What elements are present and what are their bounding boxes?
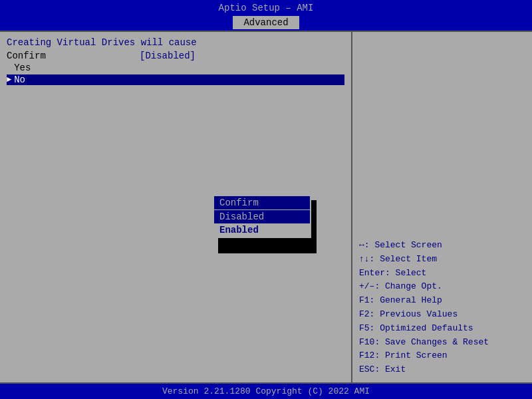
popup-title: Confirm xyxy=(214,196,310,210)
no-label: No xyxy=(14,74,147,85)
popup-item-enabled[interactable]: Enabled xyxy=(214,223,310,237)
help-line-8: F12: Print Screen xyxy=(359,349,525,363)
app-title: Aptio Setup – AMI xyxy=(219,3,314,13)
popup-box: Confirm Disabled Enabled xyxy=(213,195,311,238)
footer-text: Version 2.21.1280 Copyright (C) 2022 AMI xyxy=(162,386,370,396)
help-line-1: ↑↓: Select Item xyxy=(359,253,525,267)
help-line-6: F5: Optimized Defaults xyxy=(359,322,525,336)
help-line-0: ↔: Select Screen xyxy=(359,239,525,253)
main-content: Creating Virtual Drives will cause Confi… xyxy=(0,32,532,382)
menu-item-yes[interactable]: Yes xyxy=(7,63,344,73)
menu-item-no[interactable]: ► No xyxy=(7,74,344,85)
help-text: ↔: Select Screen ↑↓: Select Item Enter: … xyxy=(359,239,525,377)
help-line-7: F10: Save Changes & Reset xyxy=(359,336,525,350)
screen: Aptio Setup – AMI Advanced Creating Virt… xyxy=(0,0,532,399)
yes-arrow xyxy=(7,63,11,72)
info-text: Creating Virtual Drives will cause xyxy=(7,37,344,48)
confirm-value: [Disabled] xyxy=(140,51,196,61)
help-line-2: Enter: Select xyxy=(359,267,525,281)
help-line-4: F1: General Help xyxy=(359,294,525,308)
title-bar: Aptio Setup – AMI xyxy=(0,0,532,16)
right-panel: ↔: Select Screen ↑↓: Select Item Enter: … xyxy=(352,32,532,382)
tab-row: Advanced xyxy=(0,16,532,31)
no-arrow: ► xyxy=(7,75,11,84)
dropdown-popup: Confirm Disabled Enabled xyxy=(213,195,311,238)
popup-item-disabled[interactable]: Disabled xyxy=(214,210,310,223)
footer: Version 2.21.1280 Copyright (C) 2022 AMI xyxy=(0,384,532,399)
tab-advanced[interactable]: Advanced xyxy=(233,16,299,29)
help-line-3: +/–: Change Opt. xyxy=(359,280,525,294)
menu-item-confirm[interactable]: Confirm [Disabled] xyxy=(7,51,344,61)
help-line-9: ESC: Exit xyxy=(359,363,525,377)
yes-label: Yes xyxy=(14,63,147,73)
confirm-label: Confirm xyxy=(7,51,140,61)
help-line-5: F2: Previous Values xyxy=(359,308,525,322)
left-panel: Creating Virtual Drives will cause Confi… xyxy=(0,32,352,382)
